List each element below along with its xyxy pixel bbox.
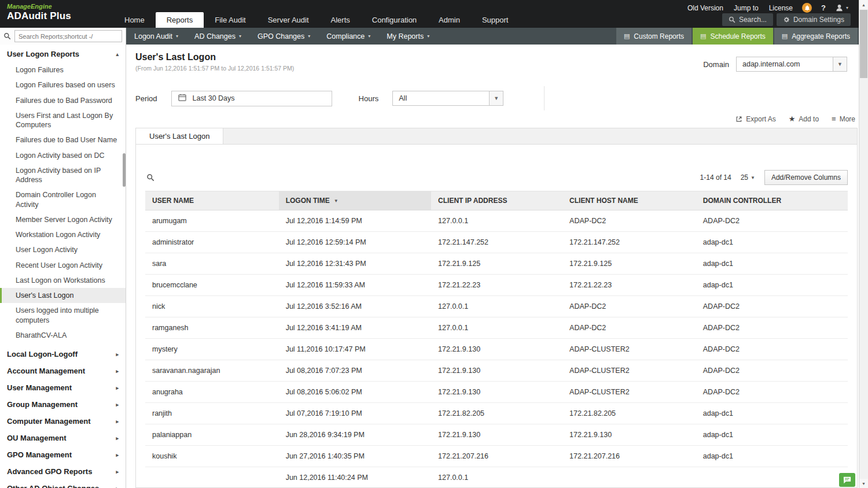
sidebar-section-header-group-management[interactable]: Group Management▸ (0, 396, 126, 413)
chevron-down-icon: ▾ (308, 34, 310, 39)
nav-item-home[interactable]: Home (113, 12, 156, 28)
sidebar-section-header-account-management[interactable]: Account Management▸ (0, 363, 126, 379)
header-link-jump-to[interactable]: Jump to (734, 4, 759, 12)
cell-logon-time: Jul 12,2016 12:59:14 PM (279, 232, 431, 253)
nav-item-configuration[interactable]: Configuration (361, 12, 428, 28)
hours-select[interactable]: All ▼ (392, 91, 503, 106)
aggregate-reports-button[interactable]: ▤ Aggregate Reports (774, 28, 858, 45)
cell-client-ip-address: 172.21.22.23 (431, 275, 562, 296)
more-button[interactable]: ≡ More (832, 114, 855, 123)
sidebar-item-users-logged-into-multiple-computers[interactable]: Users logged into multiple computers (0, 303, 126, 328)
sidebar-item-domain-controller-logon-activity[interactable]: Domain Controller Logon Activity (0, 187, 126, 212)
add-remove-columns-button[interactable]: Add/Remove Columns (764, 170, 848, 185)
sidebar-item-recent-user-logon-activity[interactable]: Recent User Logon Activity (0, 258, 126, 273)
cell-client-host-name: 172.21.207.216 (562, 446, 696, 467)
sidebar-item-member-server-logon-activity[interactable]: Member Server Logon Activity (0, 212, 126, 227)
sidebar-item-last-logon-on-workstations[interactable]: Last Logon on Workstations (0, 273, 126, 288)
menu-label: GPO Changes (258, 32, 304, 40)
period-picker[interactable]: Last 30 Days (171, 91, 332, 106)
page-size-select[interactable]: 25 ▼ (741, 173, 755, 182)
cell-client-host-name (562, 467, 696, 488)
sidebar-item-failures-due-to-bad-user-name[interactable]: Failures due to Bad User Name (0, 132, 126, 147)
aggregate-reports-icon: ▤ (782, 32, 788, 40)
sidebar-item-logon-activity-based-on-dc[interactable]: Logon Activity based on DC (0, 148, 126, 163)
sidebar-item-workstation-logon-activity[interactable]: Workstation Logon Activity (0, 227, 126, 242)
user-menu[interactable]: ▾ (835, 3, 848, 12)
cell-user-name: koushik (145, 446, 279, 467)
header-link-old-version[interactable]: Old Version (687, 4, 723, 12)
add-to-button[interactable]: ★ Add to (789, 115, 819, 123)
cell-domain-controller: ADAP-DC2 (696, 339, 848, 360)
export-as-button[interactable]: Export As (735, 115, 775, 123)
sidebar-item-failures-due-to-bad-password[interactable]: Failures due to Bad Password (0, 93, 126, 108)
custom-reports-button[interactable]: ▤ Custom Reports (616, 28, 692, 45)
menu-label: AD Changes (194, 32, 236, 40)
sidebar-section-header-gpo-management[interactable]: GPO Management▸ (0, 446, 126, 463)
domain-select[interactable]: adap.internal.com ▼ (736, 57, 847, 72)
table-row: brucemcclaneJul 12,2016 11:59:33 AM172.2… (145, 275, 848, 296)
cell-logon-time: Jun 12,2016 11:40:24 PM (279, 467, 431, 488)
nav-item-server-audit[interactable]: Server Audit (257, 12, 320, 28)
sidebar-section-header-local-logon-logoff[interactable]: Local Logon-Logoff▸ (0, 346, 126, 363)
menu-my-reports[interactable]: My Reports▾ (378, 32, 437, 40)
sidebar-item-logon-activity-based-on-ip-address[interactable]: Logon Activity based on IP Address (0, 163, 126, 188)
menu-ad-changes[interactable]: AD Changes▾ (186, 32, 249, 40)
column-header-logon-time[interactable]: LOGON TIME▼ (279, 191, 431, 210)
sidebar-section-header-computer-management[interactable]: Computer Management▸ (0, 413, 126, 430)
header-link-license[interactable]: License (769, 4, 793, 12)
sidebar-section-header-ou-management[interactable]: OU Management▸ (0, 430, 126, 446)
sidebar-scrollbar-thumb[interactable] (123, 153, 126, 187)
cell-domain-controller (696, 467, 848, 488)
table-search-icon[interactable] (145, 173, 155, 182)
sidebar-item-logon-failures-based-on-users[interactable]: Logon Failures based on users (0, 77, 126, 93)
custom-reports-icon: ▤ (624, 32, 630, 40)
table-row: saravanan.nagarajanJul 08,2016 7:07:23 P… (145, 360, 848, 382)
nav-item-support[interactable]: Support (471, 12, 520, 28)
sidebar-item-user-s-last-logon[interactable]: User's Last Logon (0, 288, 126, 303)
report-tabstrip: User's Last Logon (135, 128, 858, 144)
chevron-down-icon: ▼ (489, 91, 503, 105)
search-icon (729, 16, 735, 23)
menu-compliance[interactable]: Compliance▾ (318, 32, 378, 40)
sidebar-section-header-advanced-gpo-reports[interactable]: Advanced GPO Reports▸ (0, 463, 126, 480)
help-icon[interactable]: ? (821, 3, 826, 12)
sidebar-section-header-other-ad-object-changes[interactable]: Other AD Object Changes▸ (0, 480, 126, 488)
nav-item-file-audit[interactable]: File Audit (204, 12, 256, 28)
column-header-label: CLIENT IP ADDRESS (438, 197, 507, 205)
column-header-client-host-name[interactable]: CLIENT HOST NAME (562, 191, 696, 210)
sidebar-item-logon-failures[interactable]: Logon Failures (0, 62, 126, 77)
header-utility-area: Old VersionJump toLicense ? ▾ (687, 3, 848, 13)
column-header-domain-controller[interactable]: DOMAIN CONTROLLER (696, 191, 848, 210)
manageengine-logo: ManageEngine (7, 3, 71, 10)
export-icon (735, 116, 742, 123)
scrollbar-thumb[interactable] (860, 10, 867, 78)
reports-search-input[interactable] (14, 30, 122, 42)
cell-user-name: ranjith (145, 403, 279, 424)
sidebar-section-header-user-management[interactable]: User Management▸ (0, 379, 126, 396)
sidebar-item-user-logon-activity[interactable]: User Logon Activity (0, 242, 126, 257)
cell-domain-controller: adap-dc1 (696, 424, 848, 446)
domain-settings-button[interactable]: Domain Settings (777, 13, 851, 26)
search-button[interactable]: Search... (722, 13, 773, 26)
cell-user-name: arumugam (145, 210, 279, 232)
chat-icon[interactable] (839, 473, 855, 487)
sidebar-item-bharathcv-ala[interactable]: BharathCV-ALA (0, 328, 126, 343)
schedule-reports-button[interactable]: ▤ Schedule Reports (693, 28, 773, 45)
menu-gpo-changes[interactable]: GPO Changes▾ (249, 32, 318, 40)
period-value: Last 30 Days (193, 94, 235, 102)
column-header-client-ip-address[interactable]: CLIENT IP ADDRESS (431, 191, 562, 210)
cell-user-name: nick (145, 296, 279, 317)
notifications-icon[interactable] (802, 3, 812, 13)
nav-item-alerts[interactable]: Alerts (320, 12, 361, 28)
tab-users-last-logon[interactable]: User's Last Logon (136, 128, 223, 144)
domain-label: Domain (703, 60, 729, 69)
nav-item-admin[interactable]: Admin (428, 12, 471, 28)
sidebar-item-users-first-and-last-logon-by-computers[interactable]: Users First and Last Logon By Computers (0, 108, 126, 133)
sidebar-section-header-user-logon-reports[interactable]: User Logon Reports▴ (0, 46, 126, 62)
nav-item-reports[interactable]: Reports (156, 12, 204, 28)
scroll-up-icon[interactable]: ▲ (859, 0, 868, 9)
cell-domain-controller: adap-dc1 (696, 403, 848, 424)
scroll-down-icon[interactable]: ▼ (859, 479, 868, 488)
menu-logon-audit[interactable]: Logon Audit▾ (126, 32, 186, 40)
column-header-user-name[interactable]: USER NAME (145, 191, 279, 210)
